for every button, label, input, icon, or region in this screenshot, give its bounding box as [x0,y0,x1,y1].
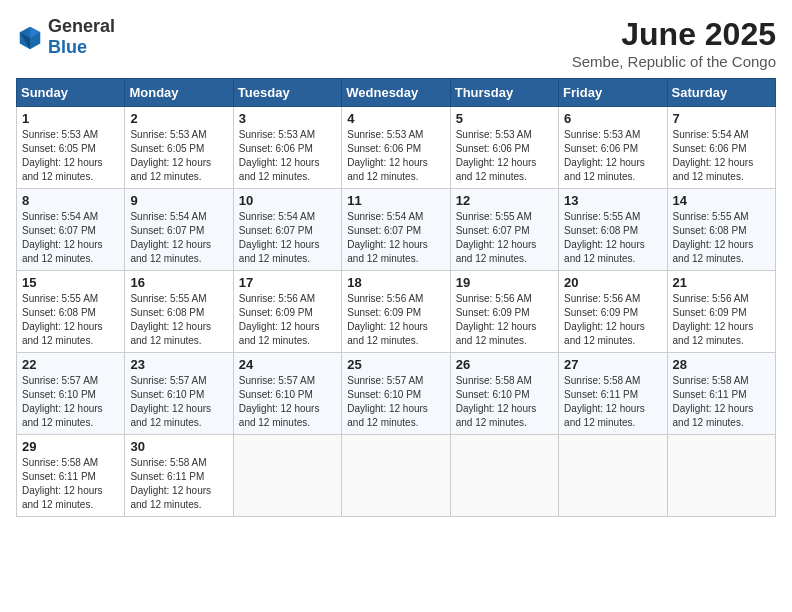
day-number: 1 [22,111,119,126]
day-cell-19: 19 Sunrise: 5:56 AM Sunset: 6:09 PM Dayl… [450,271,558,353]
day-number: 15 [22,275,119,290]
calendar-row: 15 Sunrise: 5:55 AM Sunset: 6:08 PM Dayl… [17,271,776,353]
day-cell-24: 24 Sunrise: 5:57 AM Sunset: 6:10 PM Dayl… [233,353,341,435]
day-number: 18 [347,275,444,290]
day-cell-7: 7 Sunrise: 5:54 AM Sunset: 6:06 PM Dayli… [667,107,775,189]
day-info: Sunrise: 5:56 AM Sunset: 6:09 PM Dayligh… [564,292,661,348]
calendar-row: 22 Sunrise: 5:57 AM Sunset: 6:10 PM Dayl… [17,353,776,435]
day-number: 12 [456,193,553,208]
calendar-header-row: Sunday Monday Tuesday Wednesday Thursday… [17,79,776,107]
day-cell-15: 15 Sunrise: 5:55 AM Sunset: 6:08 PM Dayl… [17,271,125,353]
day-info: Sunrise: 5:56 AM Sunset: 6:09 PM Dayligh… [239,292,336,348]
day-number: 14 [673,193,770,208]
day-info: Sunrise: 5:57 AM Sunset: 6:10 PM Dayligh… [347,374,444,430]
day-number: 28 [673,357,770,372]
day-cell-29: 29 Sunrise: 5:58 AM Sunset: 6:11 PM Dayl… [17,435,125,517]
day-number: 20 [564,275,661,290]
day-cell-22: 22 Sunrise: 5:57 AM Sunset: 6:10 PM Dayl… [17,353,125,435]
day-info: Sunrise: 5:58 AM Sunset: 6:10 PM Dayligh… [456,374,553,430]
day-cell-4: 4 Sunrise: 5:53 AM Sunset: 6:06 PM Dayli… [342,107,450,189]
day-info: Sunrise: 5:54 AM Sunset: 6:07 PM Dayligh… [130,210,227,266]
day-info: Sunrise: 5:56 AM Sunset: 6:09 PM Dayligh… [347,292,444,348]
month-title: June 2025 [572,16,776,53]
location-subtitle: Sembe, Republic of the Congo [572,53,776,70]
day-info: Sunrise: 5:58 AM Sunset: 6:11 PM Dayligh… [130,456,227,512]
calendar-row: 8 Sunrise: 5:54 AM Sunset: 6:07 PM Dayli… [17,189,776,271]
day-info: Sunrise: 5:57 AM Sunset: 6:10 PM Dayligh… [130,374,227,430]
day-cell-14: 14 Sunrise: 5:55 AM Sunset: 6:08 PM Dayl… [667,189,775,271]
day-info: Sunrise: 5:57 AM Sunset: 6:10 PM Dayligh… [239,374,336,430]
day-cell-3: 3 Sunrise: 5:53 AM Sunset: 6:06 PM Dayli… [233,107,341,189]
col-saturday: Saturday [667,79,775,107]
day-cell-20: 20 Sunrise: 5:56 AM Sunset: 6:09 PM Dayl… [559,271,667,353]
day-info: Sunrise: 5:58 AM Sunset: 6:11 PM Dayligh… [564,374,661,430]
day-number: 21 [673,275,770,290]
empty-cell [342,435,450,517]
calendar-row: 29 Sunrise: 5:58 AM Sunset: 6:11 PM Dayl… [17,435,776,517]
col-wednesday: Wednesday [342,79,450,107]
day-info: Sunrise: 5:58 AM Sunset: 6:11 PM Dayligh… [673,374,770,430]
day-info: Sunrise: 5:53 AM Sunset: 6:06 PM Dayligh… [456,128,553,184]
calendar-table: Sunday Monday Tuesday Wednesday Thursday… [16,78,776,517]
day-cell-9: 9 Sunrise: 5:54 AM Sunset: 6:07 PM Dayli… [125,189,233,271]
day-number: 27 [564,357,661,372]
day-number: 9 [130,193,227,208]
col-monday: Monday [125,79,233,107]
day-cell-10: 10 Sunrise: 5:54 AM Sunset: 6:07 PM Dayl… [233,189,341,271]
logo-blue-text: Blue [48,37,87,57]
logo: General Blue [16,16,115,58]
day-cell-23: 23 Sunrise: 5:57 AM Sunset: 6:10 PM Dayl… [125,353,233,435]
day-info: Sunrise: 5:53 AM Sunset: 6:05 PM Dayligh… [130,128,227,184]
day-cell-21: 21 Sunrise: 5:56 AM Sunset: 6:09 PM Dayl… [667,271,775,353]
day-number: 10 [239,193,336,208]
day-cell-13: 13 Sunrise: 5:55 AM Sunset: 6:08 PM Dayl… [559,189,667,271]
day-info: Sunrise: 5:54 AM Sunset: 6:06 PM Dayligh… [673,128,770,184]
col-tuesday: Tuesday [233,79,341,107]
day-info: Sunrise: 5:53 AM Sunset: 6:05 PM Dayligh… [22,128,119,184]
day-number: 16 [130,275,227,290]
day-info: Sunrise: 5:56 AM Sunset: 6:09 PM Dayligh… [673,292,770,348]
col-sunday: Sunday [17,79,125,107]
empty-cell [667,435,775,517]
day-cell-27: 27 Sunrise: 5:58 AM Sunset: 6:11 PM Dayl… [559,353,667,435]
day-number: 4 [347,111,444,126]
day-number: 8 [22,193,119,208]
day-number: 3 [239,111,336,126]
calendar-row: 1 Sunrise: 5:53 AM Sunset: 6:05 PM Dayli… [17,107,776,189]
day-number: 29 [22,439,119,454]
day-cell-2: 2 Sunrise: 5:53 AM Sunset: 6:05 PM Dayli… [125,107,233,189]
day-number: 13 [564,193,661,208]
day-number: 25 [347,357,444,372]
day-number: 17 [239,275,336,290]
day-info: Sunrise: 5:55 AM Sunset: 6:08 PM Dayligh… [130,292,227,348]
day-info: Sunrise: 5:53 AM Sunset: 6:06 PM Dayligh… [347,128,444,184]
col-thursday: Thursday [450,79,558,107]
day-number: 11 [347,193,444,208]
day-number: 5 [456,111,553,126]
day-number: 2 [130,111,227,126]
day-info: Sunrise: 5:57 AM Sunset: 6:10 PM Dayligh… [22,374,119,430]
day-info: Sunrise: 5:55 AM Sunset: 6:08 PM Dayligh… [564,210,661,266]
day-cell-17: 17 Sunrise: 5:56 AM Sunset: 6:09 PM Dayl… [233,271,341,353]
empty-cell [559,435,667,517]
day-cell-5: 5 Sunrise: 5:53 AM Sunset: 6:06 PM Dayli… [450,107,558,189]
day-cell-6: 6 Sunrise: 5:53 AM Sunset: 6:06 PM Dayli… [559,107,667,189]
day-cell-28: 28 Sunrise: 5:58 AM Sunset: 6:11 PM Dayl… [667,353,775,435]
day-number: 24 [239,357,336,372]
day-number: 19 [456,275,553,290]
day-number: 22 [22,357,119,372]
logo-icon [16,23,44,51]
day-info: Sunrise: 5:55 AM Sunset: 6:08 PM Dayligh… [22,292,119,348]
day-info: Sunrise: 5:56 AM Sunset: 6:09 PM Dayligh… [456,292,553,348]
empty-cell [450,435,558,517]
day-number: 7 [673,111,770,126]
day-info: Sunrise: 5:55 AM Sunset: 6:08 PM Dayligh… [673,210,770,266]
day-cell-26: 26 Sunrise: 5:58 AM Sunset: 6:10 PM Dayl… [450,353,558,435]
day-cell-18: 18 Sunrise: 5:56 AM Sunset: 6:09 PM Dayl… [342,271,450,353]
day-info: Sunrise: 5:54 AM Sunset: 6:07 PM Dayligh… [239,210,336,266]
empty-cell [233,435,341,517]
day-cell-30: 30 Sunrise: 5:58 AM Sunset: 6:11 PM Dayl… [125,435,233,517]
day-cell-12: 12 Sunrise: 5:55 AM Sunset: 6:07 PM Dayl… [450,189,558,271]
day-number: 26 [456,357,553,372]
day-number: 6 [564,111,661,126]
